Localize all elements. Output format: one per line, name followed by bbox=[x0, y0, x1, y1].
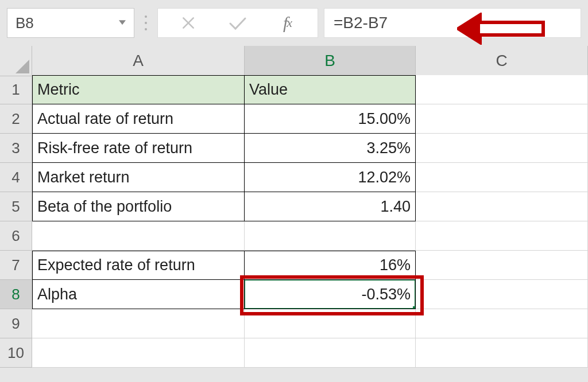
spreadsheet-grid[interactable]: A B C 1 Metric Value 2 Actual rate of re… bbox=[0, 46, 588, 368]
cell-A4[interactable]: Market return bbox=[32, 163, 245, 192]
row-header-10[interactable]: 10 bbox=[0, 338, 32, 368]
cell-A9[interactable] bbox=[32, 309, 245, 338]
chevron-down-icon[interactable] bbox=[119, 20, 126, 25]
svg-point-2 bbox=[145, 28, 147, 30]
cell-B1[interactable]: Value bbox=[245, 75, 416, 104]
cell-C5[interactable] bbox=[416, 192, 588, 221]
cancel-icon[interactable] bbox=[164, 9, 213, 37]
cell-A5[interactable]: Beta of the portfolio bbox=[32, 192, 245, 221]
cell-B6[interactable] bbox=[245, 221, 416, 251]
row-header-9[interactable]: 9 bbox=[0, 309, 32, 338]
name-box[interactable]: B8 bbox=[7, 8, 134, 38]
cell-B9[interactable] bbox=[245, 309, 416, 338]
formula-button-group: fx bbox=[157, 8, 318, 38]
cell-A7[interactable]: Expected rate of return bbox=[32, 251, 245, 280]
fx-icon[interactable]: fx bbox=[262, 9, 312, 37]
cell-B4[interactable]: 12.02% bbox=[245, 163, 416, 192]
svg-point-1 bbox=[145, 22, 147, 24]
cell-C6[interactable] bbox=[416, 221, 588, 251]
row-header-8[interactable]: 8 bbox=[0, 280, 32, 309]
arrow-annotation-icon bbox=[457, 13, 549, 47]
row-header-7[interactable]: 7 bbox=[0, 251, 32, 280]
enter-icon[interactable] bbox=[213, 9, 262, 37]
cell-B5[interactable]: 1.40 bbox=[245, 192, 416, 221]
cell-C1[interactable] bbox=[416, 75, 588, 104]
spreadsheet-grid-wrap: A B C 1 Metric Value 2 Actual rate of re… bbox=[0, 46, 588, 368]
cell-A10[interactable] bbox=[32, 338, 245, 368]
column-header-A[interactable]: A bbox=[32, 46, 245, 76]
row-header-4[interactable]: 4 bbox=[0, 163, 32, 192]
cell-C8[interactable] bbox=[416, 280, 588, 309]
row-header-1[interactable]: 1 bbox=[0, 75, 32, 104]
row-header-2[interactable]: 2 bbox=[0, 104, 32, 134]
cell-B8[interactable]: -0.53% bbox=[245, 280, 416, 309]
row-header-5[interactable]: 5 bbox=[0, 192, 32, 221]
cell-C3[interactable] bbox=[416, 134, 588, 163]
select-all-corner[interactable] bbox=[0, 46, 32, 76]
fill-handle[interactable] bbox=[413, 306, 416, 309]
svg-point-0 bbox=[145, 15, 147, 18]
formula-text: =B2-B7 bbox=[334, 14, 388, 32]
cell-C9[interactable] bbox=[416, 309, 588, 338]
cell-A1[interactable]: Metric bbox=[32, 75, 245, 104]
column-header-C[interactable]: C bbox=[416, 46, 588, 76]
cell-C7[interactable] bbox=[416, 251, 588, 280]
cell-A6[interactable] bbox=[32, 221, 245, 251]
cell-B3[interactable]: 3.25% bbox=[245, 134, 416, 163]
cell-B10[interactable] bbox=[245, 338, 416, 368]
cell-B7[interactable]: 16% bbox=[245, 251, 416, 280]
column-header-B[interactable]: B bbox=[245, 46, 416, 76]
row-header-6[interactable]: 6 bbox=[0, 221, 32, 251]
cell-C10[interactable] bbox=[416, 338, 588, 368]
name-box-value: B8 bbox=[16, 14, 34, 32]
cell-A3[interactable]: Risk-free rate of return bbox=[32, 134, 245, 163]
cell-A2[interactable]: Actual rate of return bbox=[32, 104, 245, 134]
cell-B2[interactable]: 15.00% bbox=[245, 104, 416, 134]
cell-B8-value: -0.53% bbox=[361, 286, 411, 303]
separator-dots-icon bbox=[140, 8, 152, 38]
cell-A8[interactable]: Alpha bbox=[32, 280, 245, 309]
row-header-3[interactable]: 3 bbox=[0, 134, 32, 163]
cell-C4[interactable] bbox=[416, 163, 588, 192]
cell-C2[interactable] bbox=[416, 104, 588, 134]
